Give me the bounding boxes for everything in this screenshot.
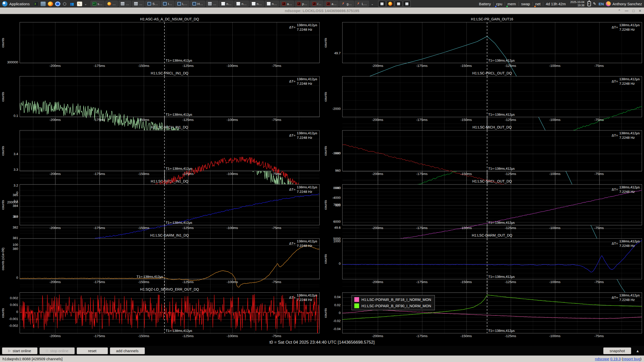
taskbar-window-button[interactable]: s…	[91, 1, 105, 7]
battery-icon[interactable]	[587, 1, 591, 6]
pencil-icon[interactable]: ✎	[592, 2, 597, 6]
wgray-icon	[134, 2, 138, 6]
taskbar-window-button[interactable]: …	[206, 1, 218, 7]
close-button[interactable]: ✕	[638, 9, 641, 13]
y-tick-labels: 300000200000	[5, 22, 20, 63]
tray-monitor-cpu[interactable]: cpu	[494, 2, 505, 6]
stop-online-button[interactable]: ◻ stop online	[39, 347, 75, 354]
x-tick: -75ms	[594, 334, 604, 338]
plot-canvas[interactable]: T1=-138ms,412μsΔT=138ms,412μs7.2248 Hz	[342, 22, 642, 63]
taskbar-window-button[interactable]: S…	[145, 1, 160, 7]
taskbar-window-button[interactable]: H…	[190, 1, 205, 7]
taskbar-window-button[interactable]: …	[132, 1, 144, 7]
taskbar-window-button[interactable]: n…	[219, 1, 233, 7]
x-tick: -125ms	[505, 172, 516, 176]
y-tick: 960	[335, 169, 341, 172]
tray-monitor-swap[interactable]: swap	[519, 2, 533, 6]
plot-canvas[interactable]: T1=-138ms,412μsΔT=138ms,412μs7.2248 Hz	[20, 292, 320, 333]
report-bug-link[interactable]: report bug	[623, 357, 640, 361]
window-button-label: L…	[182, 2, 187, 6]
taskbar-window-button[interactable]: I…	[161, 1, 174, 7]
x-tick: -100ms	[227, 280, 238, 284]
tray-monitor-mem[interactable]: mem	[505, 2, 519, 6]
scroll-up-icon[interactable]: ▲	[633, 349, 642, 353]
taskbar-window-button[interactable]: n…	[250, 1, 264, 7]
window-button-label: n…	[257, 2, 262, 6]
taskbar-window-button[interactable]: a…	[324, 1, 338, 7]
plot-legend[interactable]: H1:LSC-POPAIR_B_RF18_I_NORM_MONH1:LSC-PO…	[352, 295, 435, 310]
applications-menu[interactable]: Applications	[2, 1, 30, 7]
x-tick: -150ms	[460, 280, 472, 284]
pager-tile[interactable]	[395, 1, 402, 7]
window-list-overflow-icon[interactable]: ⌄	[370, 2, 374, 6]
pager-tile[interactable]	[387, 1, 394, 7]
taskbar-window-button[interactable]: p…	[295, 1, 309, 7]
plot-canvas[interactable]: T1=-138ms,412μsΔT=138ms,412μs7.2248 HzH1…	[342, 292, 642, 333]
plot-svg[interactable]	[20, 293, 319, 333]
wwhite-icon	[236, 2, 240, 6]
folder-launcher-icon[interactable]	[40, 2, 46, 6]
maximize-button[interactable]: □	[632, 9, 634, 13]
x-tick: -200ms	[49, 172, 61, 176]
firefox-launcher-icon[interactable]	[48, 2, 53, 6]
add-channels-button[interactable]: add channels	[110, 347, 145, 354]
users-launcher-icon[interactable]	[70, 2, 75, 6]
t1-cursor-label: T1=-138ms,412μs	[166, 113, 192, 116]
y-axis-label-text: counts (x1e-09)	[1, 247, 5, 270]
taskbar-window-button[interactable]: /…	[310, 1, 324, 7]
plot-cell: H1:LSC-SRCL_IN1_DQcounts3853843833823813…	[1, 177, 320, 231]
keyboard-layout-label[interactable]: EN	[597, 2, 606, 6]
user-avatar[interactable]	[606, 1, 611, 6]
plot-canvas[interactable]: T1=-138ms,412μsΔT=138ms,412μs7.2248 Hz	[20, 76, 320, 117]
start-online-label: start online	[13, 349, 31, 353]
reset-button[interactable]: reset	[77, 347, 108, 354]
taskbar-window-button[interactable]: …	[105, 1, 118, 7]
plot-canvas[interactable]: T1=-138ms,412μsΔT=138ms,412μs7.2248 Hz	[20, 184, 320, 225]
wwhite-icon	[252, 2, 255, 6]
ndscope-link[interactable]: ndscope	[595, 357, 609, 361]
plot-canvas[interactable]: T1=-138ms,412μsΔT=138ms,412μs7.2248 Hz	[342, 130, 642, 171]
plot-canvas[interactable]: T1=-138ms,412μsΔT=138ms,412μs7.2248 Hz	[342, 184, 642, 225]
y-tick-labels: 1000	[5, 238, 20, 279]
launcher-chevron-icon[interactable]: ⌄	[84, 2, 88, 6]
start-online-button[interactable]: ▷ start online	[2, 347, 37, 354]
notes-launcher-icon[interactable]	[77, 2, 82, 6]
pager-tile[interactable]	[378, 1, 386, 7]
x-tick: -100ms	[227, 334, 238, 338]
taskbar-window-button[interactable]: n…	[234, 1, 248, 7]
tray-monitor-net[interactable]: net	[533, 2, 543, 6]
taskbar-window-button[interactable]: L…	[175, 1, 189, 7]
taskbar-window-button[interactable]: …	[119, 1, 131, 7]
taskbar-window-button[interactable]: n…	[265, 1, 279, 7]
plot-canvas[interactable]: T1=-138ms,412μsΔT=138ms,412μs7.2248 Hz	[20, 22, 320, 63]
shade-button[interactable]: ⌃	[618, 9, 621, 13]
tray-monitor-battery[interactable]: Battery	[477, 2, 494, 6]
taskbar-window-button[interactable]: a…	[280, 1, 294, 7]
workspace-pager	[378, 1, 411, 7]
plot-canvas[interactable]: T1=-138ms,412μsΔT=138ms,412μs7.2248 Hz	[342, 76, 642, 117]
plot-canvas[interactable]: T1=-138ms,412μsΔT=138ms,412μs7.2248 Hz	[20, 130, 320, 171]
plot-canvas[interactable]: T1=-138ms,412μsΔT=138ms,412μs7.2248 Hz	[20, 238, 320, 279]
ring-launcher-icon[interactable]	[55, 2, 60, 6]
taskbar-window-button[interactable]: g…	[339, 1, 354, 7]
monitor-icon	[177, 2, 181, 6]
window-button-label: L…	[362, 2, 367, 6]
delta-t-freq: 7.2248 Hz	[297, 190, 317, 194]
terminal-launcher-icon[interactable]	[33, 2, 38, 6]
version-link[interactable]: 0.19.3	[610, 357, 621, 361]
t1-cursor-label: T1=-138ms,412μs	[488, 113, 514, 116]
y-axis-label-text: counts	[323, 308, 327, 318]
share-launcher-icon[interactable]	[62, 2, 68, 6]
pager-tile[interactable]	[403, 1, 411, 7]
snapshot-button[interactable]: snapshot	[603, 347, 631, 354]
titlebar[interactable]: ndscope: LOCKLOSS 1443656698.575195 ⌃—□✕	[0, 8, 644, 14]
y-axis-label-text: counts	[1, 146, 5, 155]
x-tick: -200ms	[49, 118, 61, 122]
y-axis-label-text: counts	[323, 38, 327, 47]
plot-canvas[interactable]: T1=-138ms,412μsΔT=138ms,412μs7.2248 Hz	[342, 238, 642, 279]
x-tick: -150ms	[138, 280, 149, 284]
window-icon	[380, 3, 383, 5]
taskbar: Applications ⌄ s…………S…I…L…H……n…n…n…n…a…p…	[0, 0, 644, 8]
minimize-button[interactable]: —	[625, 9, 628, 13]
taskbar-window-button[interactable]: L…	[355, 1, 369, 7]
